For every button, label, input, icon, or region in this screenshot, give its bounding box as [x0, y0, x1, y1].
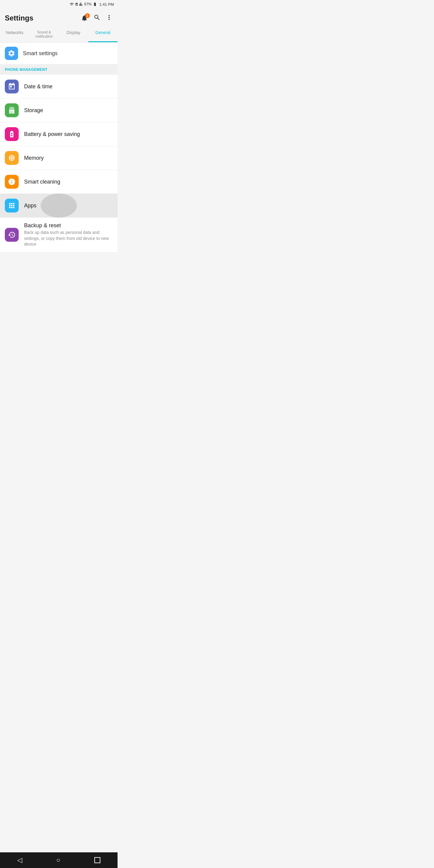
date-time-text: Date & time [24, 84, 113, 90]
tab-sound[interactable]: Sound & notification [30, 27, 59, 42]
app-bar-actions: 2 [80, 14, 113, 22]
backup-reset-text: Backup & reset Back up data such as pers… [24, 222, 113, 247]
tab-bar: Networks Sound & notification Display Ge… [0, 27, 118, 42]
status-icons: 67% 1:41 PM [70, 2, 114, 7]
section-header-phone-management: PHONE MANAGEMENT [0, 64, 118, 75]
storage-text: Storage [24, 107, 113, 114]
smart-cleaning-icon [5, 175, 19, 189]
date-time-icon [5, 80, 19, 93]
notifications-button[interactable]: 2 [80, 14, 89, 22]
smart-cleaning-text: Smart cleaning [24, 179, 113, 185]
battery-text: Battery & power saving [24, 131, 113, 137]
smart-cleaning-item[interactable]: Smart cleaning [0, 170, 118, 194]
date-time-item[interactable]: Date & time [0, 75, 118, 98]
app-bar: Settings 2 [0, 8, 118, 25]
apps-item[interactable]: Apps [0, 194, 118, 218]
tab-networks[interactable]: Networks [0, 27, 30, 42]
app-bar-title: Settings [5, 14, 33, 22]
search-button[interactable] [93, 14, 101, 22]
memory-text: Memory [24, 155, 113, 161]
apps-text: Apps [24, 203, 113, 209]
status-bar-right: 67% 1:41 PM [70, 2, 114, 7]
backup-reset-item[interactable]: Backup & reset Back up data such as pers… [0, 218, 118, 253]
battery-icon-setting [5, 127, 19, 141]
content: Smart settings PHONE MANAGEMENT Date & t… [0, 42, 118, 253]
smart-settings-icon [5, 47, 18, 60]
battery-percent: 67% [84, 2, 92, 6]
status-bar: 67% 1:41 PM [0, 0, 118, 8]
notification-badge: 2 [85, 13, 90, 18]
smart-settings-item[interactable]: Smart settings [0, 42, 118, 64]
memory-item[interactable]: Memory [0, 146, 118, 170]
status-time: 1:41 PM [99, 2, 114, 7]
tab-display[interactable]: Display [59, 27, 88, 42]
storage-item[interactable]: Storage [0, 98, 118, 122]
overflow-menu-button[interactable] [105, 14, 113, 22]
battery-item[interactable]: Battery & power saving [0, 122, 118, 146]
smart-settings-label: Smart settings [23, 50, 58, 57]
tab-general[interactable]: General [88, 27, 118, 42]
memory-icon [5, 151, 19, 165]
backup-reset-icon [5, 228, 19, 242]
apps-icon [5, 198, 19, 213]
storage-icon [5, 103, 19, 117]
